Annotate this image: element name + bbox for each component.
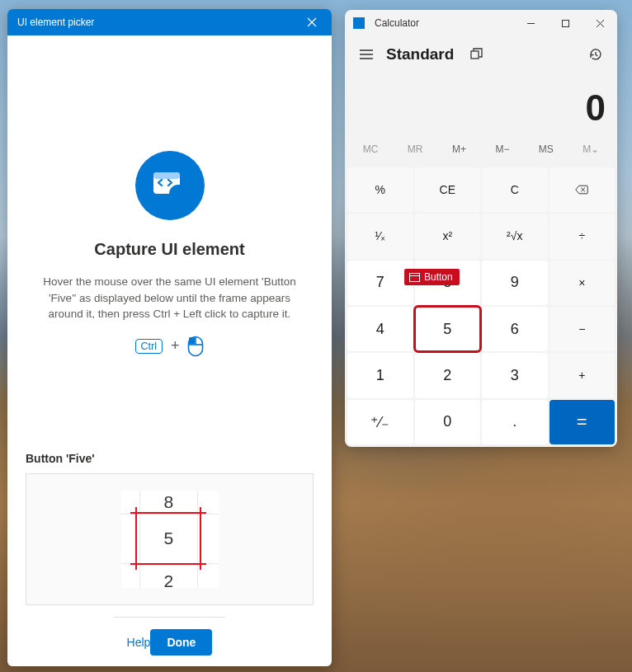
- six-key[interactable]: 6: [482, 307, 548, 351]
- two-key[interactable]: 2: [415, 353, 481, 397]
- memory-dropdown-button[interactable]: M⌄: [576, 140, 606, 158]
- five-key[interactable]: 5: [415, 307, 481, 351]
- backspace-key[interactable]: [549, 167, 615, 212]
- memory-clear-button[interactable]: MC: [356, 140, 385, 158]
- hamburger-menu-button[interactable]: [351, 40, 381, 69]
- window-icon: [409, 273, 420, 282]
- picker-hero-text: Hover the mouse over the same UI element…: [34, 274, 306, 322]
- calculator-app-icon: [353, 17, 365, 29]
- preview-digit-bot: 2: [164, 571, 174, 591]
- preview-snippet: 8 5 2: [121, 491, 219, 588]
- memory-store-button[interactable]: MS: [532, 140, 560, 158]
- nine-key[interactable]: 9: [482, 261, 548, 305]
- calc-header: Standard: [345, 36, 617, 73]
- keep-on-top-button[interactable]: [464, 41, 490, 68]
- tooltip-text: Button: [424, 271, 453, 283]
- preview-section: Button 'Five' 8 5 2: [22, 452, 317, 605]
- help-link[interactable]: Help: [127, 636, 151, 649]
- svg-rect-8: [471, 51, 479, 59]
- picker-hero-title: Capture UI element: [94, 240, 244, 259]
- close-button[interactable]: [582, 11, 617, 35]
- mode-label: Standard: [386, 45, 454, 63]
- preview-label: Button 'Five': [26, 452, 314, 465]
- done-button[interactable]: Done: [150, 629, 212, 656]
- preview-digit-top: 8: [164, 492, 174, 512]
- history-button[interactable]: [581, 40, 611, 69]
- preview-box: 8 5 2: [26, 473, 314, 605]
- equals-key[interactable]: =: [549, 400, 615, 444]
- memory-recall-button[interactable]: MR: [401, 140, 430, 158]
- ui-element-picker-window: UI element picker Capture UI element Hov…: [7, 9, 332, 666]
- clear-entry-key[interactable]: CE: [415, 167, 481, 212]
- picker-close-button[interactable]: [295, 9, 328, 35]
- clear-key[interactable]: C: [482, 167, 548, 212]
- mouse-icon: [187, 336, 204, 357]
- backspace-icon: [575, 183, 588, 196]
- svg-rect-2: [153, 172, 180, 179]
- preview-highlight-frame: [135, 512, 201, 565]
- element-type-tooltip: Button: [404, 269, 460, 285]
- picker-titlebar: UI element picker: [7, 9, 332, 35]
- calc-titlebar: Calculator: [345, 10, 617, 36]
- sqrt-key[interactable]: ²√x: [482, 214, 548, 258]
- zero-key[interactable]: 0: [415, 400, 481, 444]
- multiply-key[interactable]: ×: [549, 261, 615, 305]
- svg-rect-7: [562, 20, 568, 26]
- minimize-button[interactable]: [513, 11, 548, 35]
- percent-key[interactable]: %: [347, 167, 413, 212]
- plus-icon: +: [171, 337, 180, 355]
- history-icon: [588, 47, 603, 62]
- svg-rect-9: [410, 273, 420, 281]
- square-key[interactable]: x²: [415, 214, 481, 258]
- calc-display: 0: [345, 73, 617, 135]
- one-key[interactable]: 1: [347, 353, 413, 397]
- picker-body: Capture UI element Hover the mouse over …: [7, 35, 332, 666]
- decimal-key[interactable]: .: [482, 400, 548, 444]
- calc-window-title: Calculator: [375, 17, 513, 29]
- calculator-window: Calculator Standard 0 MC MR M+ M− MS M⌄ …: [345, 10, 617, 447]
- picker-key-hint: Ctrl +: [135, 336, 205, 357]
- ctrl-key-badge: Ctrl: [135, 339, 163, 354]
- add-key[interactable]: +: [549, 353, 615, 397]
- maximize-button[interactable]: [548, 11, 582, 35]
- three-key[interactable]: 3: [482, 353, 548, 397]
- four-key[interactable]: 4: [347, 307, 413, 351]
- negate-key[interactable]: ⁺⁄₋: [347, 400, 413, 444]
- divide-key[interactable]: ÷: [549, 214, 615, 258]
- hamburger-icon: [360, 49, 373, 59]
- memory-add-button[interactable]: M+: [446, 140, 473, 158]
- picker-window-title: UI element picker: [17, 16, 295, 28]
- keep-on-top-icon: [470, 48, 483, 61]
- reciprocal-key[interactable]: ¹⁄ₓ: [347, 214, 413, 258]
- capture-hero-icon: [135, 151, 205, 220]
- seven-key[interactable]: 7: [347, 261, 413, 305]
- memory-subtract-button[interactable]: M−: [488, 140, 516, 158]
- close-icon: [307, 17, 317, 27]
- memory-row: MC MR M+ M− MS M⌄: [345, 135, 617, 165]
- calc-keypad: % CE C ¹⁄ₓ x² ²√x ÷ 7 8 9 × 4 5 6 − 1 2 …: [345, 165, 617, 447]
- subtract-key[interactable]: −: [549, 307, 615, 351]
- picker-footer: Help Done: [114, 617, 226, 666]
